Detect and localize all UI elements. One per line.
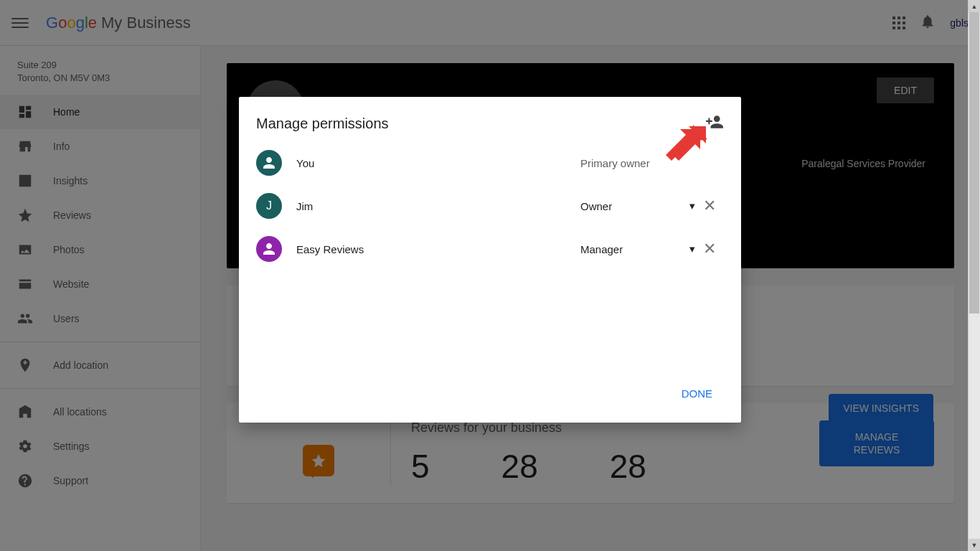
user-name: Jim [296,200,580,212]
role-selector[interactable]: Owner▾ [580,199,695,212]
modal-overlay[interactable]: Manage permissions YouPrimary ownerJJimO… [0,0,980,551]
user-avatar [256,236,282,262]
user-name: You [296,157,580,169]
remove-user-icon[interactable]: ✕ [695,240,724,258]
permission-row: Easy ReviewsManager▾✕ [239,227,741,270]
scroll-down-icon[interactable]: ▼ [969,539,980,551]
user-name: Easy Reviews [296,243,580,255]
remove-user-icon[interactable]: ✕ [695,197,724,215]
add-user-icon[interactable] [705,113,724,134]
scroll-up-icon[interactable]: ▲ [969,0,980,12]
chevron-down-icon: ▾ [689,242,695,255]
user-avatar: J [256,193,282,219]
manage-permissions-dialog: Manage permissions YouPrimary ownerJJimO… [239,97,741,423]
user-avatar [256,150,282,176]
chevron-down-icon: ▾ [689,199,695,212]
dialog-title: Manage permissions [256,116,389,132]
role-selector: Primary owner [580,157,695,169]
permission-row: JJimOwner▾✕ [239,184,741,227]
done-button[interactable]: DONE [673,382,721,405]
role-selector[interactable]: Manager▾ [580,242,695,255]
scroll-thumb[interactable] [969,12,979,314]
permission-row: YouPrimary owner [239,141,741,184]
scrollbar[interactable]: ▲ ▼ [968,0,980,551]
